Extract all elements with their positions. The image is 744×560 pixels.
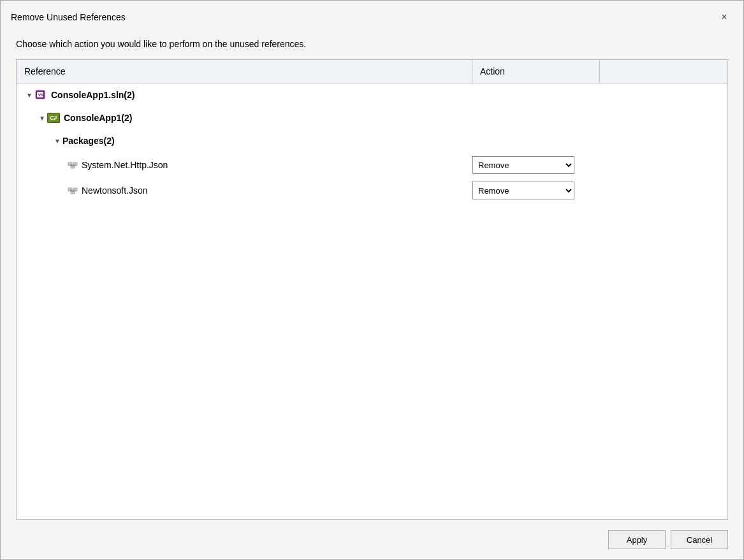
row-content-proj: ▼ C# ConsoleApp1 (2) [22, 113, 467, 123]
table-row[interactable]: ▼ VS ConsoleApp1.sln (2) [17, 83, 727, 106]
expand-arrow-proj[interactable]: ▼ [37, 113, 47, 123]
references-table: Reference Action ▼ VS ConsoleApp1.s [16, 59, 728, 520]
sln-icon: VS [34, 90, 47, 100]
csharp-icon: C# [47, 113, 60, 123]
row-content-pkg1: System.Net.Http.Json [22, 160, 467, 170]
packages-count: (2) [104, 136, 115, 146]
dialog-footer: Apply Cancel [1, 520, 743, 559]
package-icon [68, 160, 78, 170]
packages-label: Packages [62, 136, 104, 146]
table-row[interactable]: System.Net.Http.Json Remove Keep [17, 152, 727, 178]
table-row[interactable]: ▼ Packages (2) [17, 129, 727, 152]
pkg1-label: System.Net.Http.Json [82, 160, 168, 170]
col-header-reference: Reference [17, 60, 472, 83]
table-row[interactable]: Newtonsoft.Json Remove Keep [17, 178, 727, 203]
expand-arrow-packages[interactable]: ▼ [52, 136, 62, 146]
col-header-extra [600, 60, 727, 83]
table-header: Reference Action [17, 60, 727, 83]
pkg1-action-select[interactable]: Remove Keep [472, 156, 574, 174]
table-body: ▼ VS ConsoleApp1.sln (2) [17, 83, 727, 203]
row-content-packages: ▼ Packages (2) [22, 136, 467, 146]
cancel-button[interactable]: Cancel [671, 530, 728, 549]
proj-count: (2) [121, 113, 132, 123]
row-content-pkg2: Newtonsoft.Json [22, 185, 467, 196]
row-action-pkg2[interactable]: Remove Keep [467, 182, 595, 199]
remove-unused-references-dialog: Remove Unused References × Choose which … [0, 0, 744, 560]
row-content-sln: ▼ VS ConsoleApp1.sln (2) [22, 90, 467, 100]
svg-text:VS: VS [38, 93, 43, 97]
proj-label: ConsoleApp1 [64, 113, 121, 123]
package-icon [68, 185, 78, 196]
close-button[interactable]: × [715, 8, 733, 26]
dialog-subtitle: Choose which action you would like to pe… [1, 31, 743, 59]
title-bar: Remove Unused References × [1, 1, 743, 31]
pkg2-label: Newtonsoft.Json [82, 185, 148, 196]
apply-button[interactable]: Apply [608, 530, 666, 549]
pkg2-action-select[interactable]: Remove Keep [472, 182, 574, 199]
expand-arrow-sln[interactable]: ▼ [24, 90, 34, 100]
dialog-title: Remove Unused References [11, 12, 126, 22]
sln-count: (2) [124, 90, 135, 100]
table-row[interactable]: ▼ C# ConsoleApp1 (2) [17, 106, 727, 129]
col-header-action: Action [472, 60, 600, 83]
row-action-pkg1[interactable]: Remove Keep [467, 156, 595, 174]
sln-label: ConsoleApp1.sln [51, 90, 124, 100]
